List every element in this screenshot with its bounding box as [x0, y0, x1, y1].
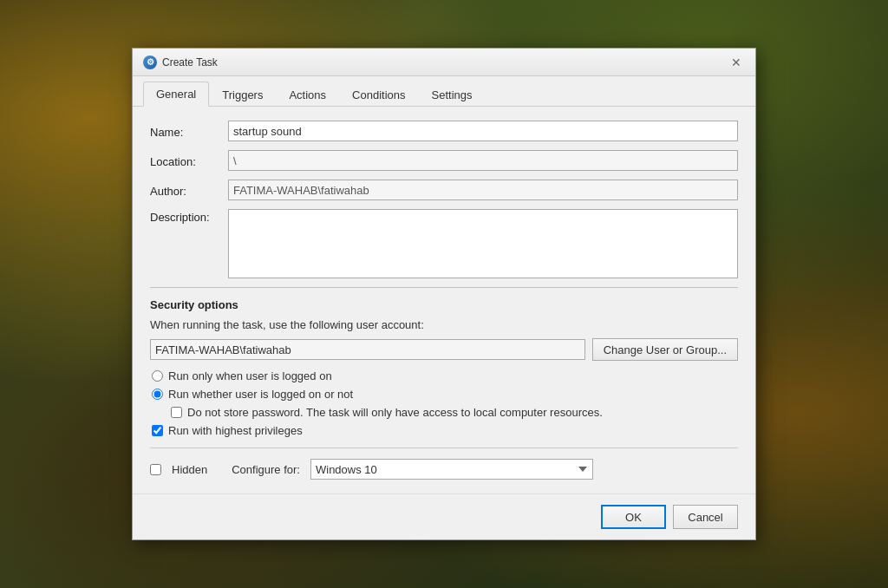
radio-not-logged-on-row: Run whether user is logged on or not	[150, 388, 738, 401]
tab-actions[interactable]: Actions	[276, 82, 339, 107]
author-label: Author:	[150, 183, 228, 198]
user-account-input[interactable]	[150, 339, 585, 360]
description-row: Description:	[150, 209, 738, 278]
configure-for-label: Configure for:	[232, 463, 300, 476]
radio-logged-on[interactable]	[152, 370, 163, 382]
change-user-button[interactable]: Change User or Group...	[592, 338, 738, 361]
run-highest-privileges-checkbox[interactable]	[152, 425, 163, 436]
hidden-label[interactable]: Hidden	[172, 463, 207, 476]
radio-not-logged-on-label[interactable]: Run whether user is logged on or not	[168, 388, 353, 401]
tab-conditions[interactable]: Conditions	[339, 82, 418, 107]
description-label: Description:	[150, 209, 228, 224]
security-subtitle: When running the task, use the following…	[150, 318, 738, 331]
tab-settings[interactable]: Settings	[419, 82, 486, 107]
name-input[interactable]	[228, 121, 738, 141]
run-highest-privileges-label[interactable]: Run with highest privileges	[168, 424, 303, 437]
location-input[interactable]	[228, 150, 738, 171]
create-task-dialog: ⚙ Create Task ✕ General Triggers Actions…	[132, 48, 756, 540]
button-row: OK Cancel	[133, 493, 755, 539]
close-button[interactable]: ✕	[728, 54, 745, 71]
configure-for-select[interactable]: Windows 10 Windows 7, Windows Server 200…	[310, 459, 593, 480]
tab-general[interactable]: General	[143, 82, 209, 107]
user-account-row: Change User or Group...	[150, 338, 738, 361]
run-highest-privileges-row: Run with highest privileges	[150, 424, 738, 437]
ok-button[interactable]: OK	[601, 505, 666, 529]
author-row: Author:	[150, 180, 738, 200]
do-not-store-password-row: Do not store password. The task will onl…	[150, 406, 738, 419]
title-bar-left: ⚙ Create Task	[143, 56, 218, 69]
bottom-options-row: Hidden Configure for: Windows 10 Windows…	[150, 459, 738, 480]
name-row: Name:	[150, 121, 738, 141]
title-bar: ⚙ Create Task ✕	[133, 49, 755, 76]
dialog-overlay: ⚙ Create Task ✕ General Triggers Actions…	[132, 48, 756, 540]
description-input[interactable]	[228, 209, 738, 278]
cancel-button[interactable]: Cancel	[673, 505, 738, 529]
tab-bar: General Triggers Actions Conditions Sett…	[133, 76, 755, 107]
do-not-store-password-label[interactable]: Do not store password. The task will onl…	[187, 406, 603, 419]
form-area: Name: Location: Author: Description: Sec…	[133, 107, 755, 493]
dialog-title: Create Task	[162, 56, 218, 69]
separator	[150, 287, 738, 288]
radio-logged-on-row: Run only when user is logged on	[150, 369, 738, 382]
location-label: Location:	[150, 154, 228, 168]
tab-triggers[interactable]: Triggers	[209, 82, 276, 107]
hidden-checkbox[interactable]	[150, 464, 161, 475]
radio-logged-on-label[interactable]: Run only when user is logged on	[168, 369, 332, 382]
location-row: Location:	[150, 150, 738, 171]
bottom-divider	[150, 448, 738, 448]
name-label: Name:	[150, 124, 228, 139]
security-section-title: Security options	[150, 298, 738, 311]
dialog-icon: ⚙	[143, 56, 157, 69]
author-input[interactable]	[228, 180, 738, 200]
radio-not-logged-on[interactable]	[152, 389, 163, 400]
do-not-store-password-checkbox[interactable]	[171, 407, 182, 418]
